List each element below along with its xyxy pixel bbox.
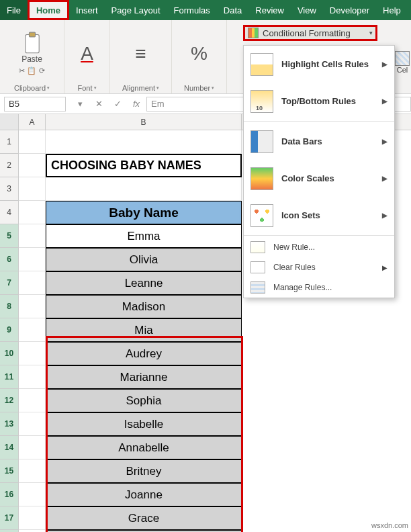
menu-clear-rules[interactable]: Clear Rules ▶	[244, 257, 394, 277]
col-header-a[interactable]: A	[19, 114, 46, 130]
menu-label: Top/Bottom Rules	[281, 96, 356, 106]
row-header[interactable]: 2	[0, 154, 19, 177]
column-header-cell[interactable]: Baby Name	[46, 201, 242, 224]
menu-label: Color Scales	[281, 173, 334, 183]
new-rule-icon	[250, 241, 265, 253]
tab-page-layout[interactable]: Page Layout	[105, 0, 167, 20]
enter-icon[interactable]: ✓	[111, 99, 124, 109]
svg-rect-1	[29, 32, 35, 37]
font-button[interactable]: A	[81, 23, 93, 84]
row-header[interactable]: 13	[0, 412, 19, 436]
clear-rules-icon	[250, 261, 265, 273]
tab-view[interactable]: View	[291, 0, 323, 20]
data-cell[interactable]: Mia	[46, 318, 242, 342]
data-cell[interactable]: Joanne	[46, 483, 242, 506]
row-header[interactable]: 11	[0, 365, 19, 389]
menu-label: New Rule...	[273, 242, 315, 252]
menu-top-bottom-rules[interactable]: Top/Bottom Rules ▶	[244, 83, 394, 120]
row-header[interactable]: 6	[0, 248, 19, 271]
cell[interactable]	[19, 271, 46, 295]
cell[interactable]	[19, 365, 46, 389]
row-header[interactable]: 5	[0, 224, 19, 248]
data-cell[interactable]: Audrey	[46, 342, 242, 365]
cell[interactable]	[19, 224, 46, 248]
row-headers: 1 2 3 4 5 6 7 8 9 10 11 12 13 14 15 16 1…	[0, 130, 19, 532]
data-cell[interactable]: Isabelle	[46, 412, 242, 436]
submenu-arrow-icon: ▶	[382, 60, 387, 68]
menu-data-bars[interactable]: Data Bars ▶	[244, 123, 394, 160]
data-cell[interactable]: Olivia	[46, 248, 242, 271]
title-cell[interactable]: CHOOSING BABY NAMES	[46, 154, 242, 177]
row-header[interactable]: 17	[0, 506, 19, 530]
row-header[interactable]: 3	[0, 177, 19, 201]
tab-help[interactable]: Help	[376, 0, 408, 20]
data-cell[interactable]: Leanne	[46, 271, 242, 295]
row-header[interactable]: 12	[0, 389, 19, 412]
cell[interactable]	[19, 177, 46, 201]
cell[interactable]	[19, 318, 46, 342]
cell[interactable]	[19, 342, 46, 365]
data-cell[interactable]: Marianne	[46, 365, 242, 389]
cell[interactable]	[46, 130, 242, 154]
cell[interactable]	[19, 436, 46, 459]
cell[interactable]	[19, 201, 46, 224]
cell[interactable]	[19, 459, 46, 483]
cell[interactable]	[19, 483, 46, 506]
tab-developer[interactable]: Developer	[323, 0, 376, 20]
fx-icon[interactable]: fx	[130, 99, 142, 109]
row-header[interactable]: 7	[0, 271, 19, 295]
menu-highlight-cells-rules[interactable]: Highlight Cells Rules ▶	[244, 46, 394, 83]
row-header[interactable]: 15	[0, 459, 19, 483]
tab-insert[interactable]: Insert	[69, 0, 105, 20]
menu-new-rule[interactable]: New Rule...	[244, 237, 394, 257]
cell[interactable]	[19, 248, 46, 271]
submenu-arrow-icon: ▶	[382, 175, 387, 182]
cell-styles-label: Cel	[397, 66, 408, 74]
row-header[interactable]: 16	[0, 483, 19, 506]
row-header[interactable]: 10	[0, 342, 19, 365]
data-cell[interactable]: Sophia	[46, 389, 242, 412]
color-scales-icon	[250, 167, 273, 190]
cancel-icon[interactable]: ✕	[93, 99, 105, 109]
select-all-corner[interactable]	[0, 114, 19, 130]
data-cell[interactable]: Britney	[46, 459, 242, 483]
data-cell[interactable]: Annabelle	[46, 436, 242, 459]
cell-styles-button[interactable]: Cel	[394, 51, 411, 74]
row-header[interactable]: 1	[0, 130, 19, 154]
tab-home[interactable]: Home	[28, 0, 69, 20]
number-button[interactable]: %	[191, 23, 208, 84]
name-box[interactable]: B5	[4, 97, 66, 112]
col-header-b[interactable]: B	[46, 114, 242, 130]
submenu-arrow-icon: ▶	[382, 97, 387, 105]
group-number-label: Number	[184, 84, 210, 92]
cell[interactable]	[19, 412, 46, 436]
group-clipboard-label: Clipboard	[14, 84, 46, 92]
data-cell[interactable]: Emma	[46, 224, 242, 248]
row-header[interactable]: 14	[0, 436, 19, 459]
formula-dropdown-icon[interactable]: ▾	[74, 99, 86, 109]
menu-color-scales[interactable]: Color Scales ▶	[244, 160, 394, 197]
cell[interactable]	[19, 130, 46, 154]
conditional-formatting-button[interactable]: Conditional Formatting ▾	[243, 25, 377, 41]
tab-data[interactable]: Data	[217, 0, 248, 20]
row-header[interactable]: 8	[0, 295, 19, 318]
cell[interactable]	[46, 177, 242, 201]
row-header[interactable]: 4	[0, 201, 19, 224]
cell[interactable]	[19, 154, 46, 177]
data-cell[interactable]: Madison	[46, 295, 242, 318]
tab-file[interactable]: File	[0, 0, 28, 20]
tab-review[interactable]: Review	[248, 0, 291, 20]
percent-icon: %	[191, 44, 208, 63]
menu-icon-sets[interactable]: Icon Sets ▶	[244, 197, 394, 234]
data-cell[interactable]: Grace	[46, 506, 242, 530]
cell[interactable]	[19, 389, 46, 412]
tab-formulas[interactable]: Formulas	[167, 0, 217, 20]
menu-manage-rules[interactable]: Manage Rules...	[244, 277, 394, 298]
chevron-down-icon: ▾	[369, 30, 373, 36]
row-header[interactable]: 9	[0, 318, 19, 342]
clipboard-sub-controls[interactable]: ✂ 📋 ⟳	[19, 66, 44, 75]
cell[interactable]	[19, 506, 46, 530]
alignment-button[interactable]: ≡	[135, 23, 146, 84]
paste-button[interactable]: Paste ✂ 📋 ⟳	[19, 23, 44, 84]
cell[interactable]	[19, 295, 46, 318]
